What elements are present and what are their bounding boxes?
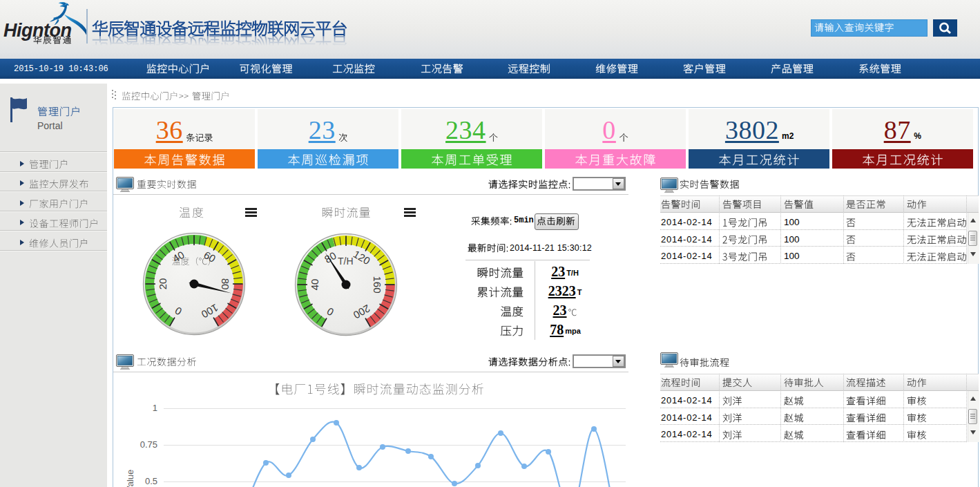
svg-text:20: 20 (157, 278, 169, 290)
svg-text:160: 160 (372, 276, 383, 293)
svg-text:40: 40 (309, 279, 320, 291)
svg-text:80: 80 (220, 278, 231, 290)
